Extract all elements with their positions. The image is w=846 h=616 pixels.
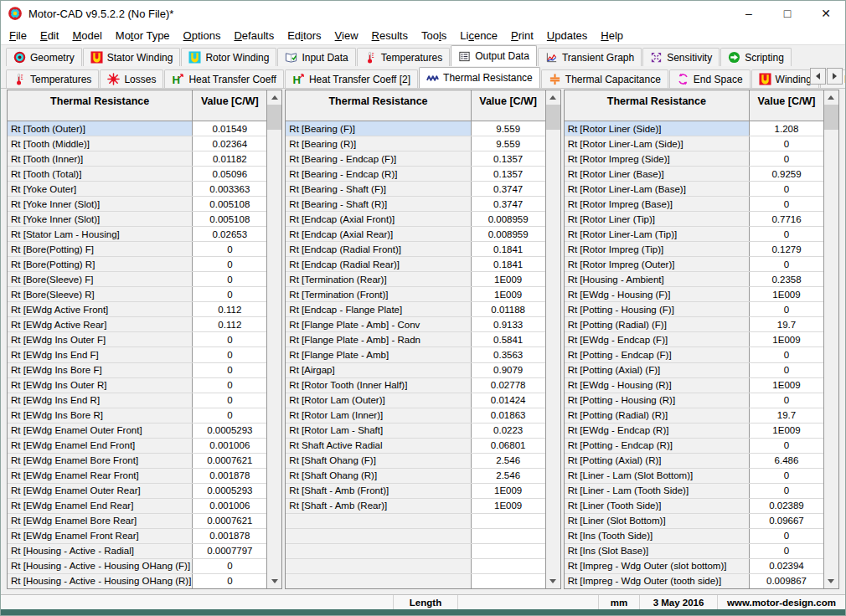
- vertical-scrollbar[interactable]: [266, 90, 281, 588]
- table-row[interactable]: Rt [Potting (Axial) (R)]6.486: [565, 454, 823, 469]
- table-row[interactable]: [286, 574, 544, 588]
- table-row[interactable]: Rt [Tooth (Inner)]0.01182: [8, 151, 266, 167]
- menu-item-updates[interactable]: Updates: [540, 29, 594, 42]
- menu-item-model[interactable]: Model: [65, 29, 108, 42]
- table-row[interactable]: Rt [Endcap (Axial Front)]0.008959: [286, 212, 544, 227]
- table-row[interactable]: Rt [Bearing - Endcap (F)]0.1357: [286, 151, 544, 167]
- table-row[interactable]: Rt [EWdg Ins End F]0: [8, 347, 266, 362]
- table-row[interactable]: Rt [Flange Plate - Amb] - Conv0.9133: [286, 317, 544, 332]
- table-row[interactable]: Rt [Bore(Potting) R]0: [8, 257, 266, 272]
- table-row[interactable]: Rt [Bearing - Shaft (R)]0.3747: [286, 197, 544, 212]
- table-row[interactable]: Rt [Impreg - Wdg Outer (tooth side)]0.00…: [565, 574, 823, 588]
- table-row[interactable]: Rt [Flange Plate - Amb] - Radn0.5841: [286, 332, 544, 347]
- table-row[interactable]: Rt [Liner (Tooth Side)]0.02389: [565, 499, 823, 514]
- menu-item-motor-type[interactable]: Motor Type: [109, 29, 177, 42]
- table-row[interactable]: Rt [Endcap (Radial Front)]0.1841: [286, 242, 544, 257]
- table-row[interactable]: Rt [Airgap]0.9079: [286, 363, 544, 378]
- close-button[interactable]: ✕: [807, 1, 845, 26]
- table-row[interactable]: Rt [Ins (Slot Base)]0: [565, 544, 823, 559]
- table-row[interactable]: Rt [Potting (Radial) (R)]19.7: [565, 408, 823, 424]
- tab-output-data[interactable]: Output Data: [451, 45, 537, 66]
- table-row[interactable]: Rt [Impreg - Wdg Outer (slot bottom)]0.0…: [565, 559, 823, 574]
- table-row[interactable]: Rt [EWdg Enamel Rear Front]0.001878: [8, 469, 266, 484]
- scrollbar-track[interactable]: [267, 130, 281, 574]
- table-row[interactable]: [286, 529, 544, 544]
- table-row[interactable]: Rt [Bore(Potting) F]0: [8, 242, 266, 257]
- scroll-down-icon[interactable]: [267, 574, 281, 588]
- table-row[interactable]: Rt [Shaft Ohang (R)]2.546: [286, 469, 544, 484]
- table-row[interactable]: Rt [Rotor Tooth (Inner Half)]0.02778: [286, 378, 544, 393]
- table-row[interactable]: Rt [EWdg Enamel Bore Front]0.0007621: [8, 454, 266, 469]
- tab-stator-winding[interactable]: Stator Winding: [83, 48, 181, 66]
- table-row[interactable]: [286, 559, 544, 574]
- table-row[interactable]: Rt [Liner (Slot Bottom)]0.09667: [565, 514, 823, 529]
- table-row[interactable]: Rt [Potting (Axial) (F)]0: [565, 363, 823, 378]
- table-row[interactable]: Rt [Tooth (Total)]0.05096: [8, 167, 266, 182]
- table-row[interactable]: Rt [Potting - Housing (F)]0: [565, 302, 823, 317]
- table-row[interactable]: Rt [Housing - Active - Radial]0.0007797: [8, 544, 266, 559]
- table-row[interactable]: Rt [EWdg - Housing (R)]1E009: [565, 378, 823, 393]
- menu-item-tools[interactable]: Tools: [415, 29, 453, 42]
- table-row[interactable]: Rt [EWdg Ins Bore F]0: [8, 363, 266, 378]
- scrollbar-track[interactable]: [546, 130, 560, 574]
- table-row[interactable]: [286, 514, 544, 529]
- table-row[interactable]: Rt [Shaft - Amb (Rear)]1E009: [286, 499, 544, 514]
- table-row[interactable]: Rt [Potting (Radial) (F)]19.7: [565, 317, 823, 332]
- menu-item-licence[interactable]: Licence: [453, 29, 504, 42]
- table-row[interactable]: Rt [Rotor Impreg (Outer)]0: [565, 257, 823, 272]
- scroll-up-icon[interactable]: [267, 90, 281, 105]
- table-row[interactable]: Rt [Rotor Liner-Lam (Base)]0: [565, 182, 823, 197]
- table-row[interactable]: Rt [Rotor Lam (Inner)]0.01863: [286, 408, 544, 424]
- table-row[interactable]: Rt [EWdg Ins Bore R]0: [8, 408, 266, 424]
- menu-item-edit[interactable]: Edit: [34, 29, 65, 42]
- table-row[interactable]: Rt [Rotor Lam (Outer)]0.01424: [286, 393, 544, 408]
- menu-item-editors[interactable]: Editors: [281, 29, 328, 42]
- table-row[interactable]: Rt [Shaft - Amb (Front)]1E009: [286, 484, 544, 499]
- table-row[interactable]: Rt [Termination (Rear)]1E009: [286, 272, 544, 287]
- scroll-down-icon[interactable]: [824, 574, 838, 588]
- table-row[interactable]: Rt [Ins (Tooth Side)]0: [565, 529, 823, 544]
- table-row[interactable]: Rt [Rotor Liner-Lam (Side)]0: [565, 136, 823, 151]
- scrollbar-track[interactable]: [824, 130, 838, 574]
- table-row[interactable]: Rt [Potting - Endcap (F)]0: [565, 347, 823, 362]
- table-row[interactable]: Rt [Bore(Sleeve) R]0: [8, 287, 266, 302]
- table-row[interactable]: Rt [Termination (Front)]1E009: [286, 287, 544, 302]
- table-row[interactable]: Rt [Bearing - Shaft (F)]0.3747: [286, 182, 544, 197]
- table-row[interactable]: Rt [Yoke Inner (Slot)]0.005108: [8, 212, 266, 227]
- scroll-up-icon[interactable]: [824, 90, 838, 105]
- table-row[interactable]: Rt [Housing - Ambient]0.2358: [565, 272, 823, 287]
- menu-item-file[interactable]: File: [3, 29, 34, 42]
- table-row[interactable]: Rt [Endcap (Axial Rear)]0.008959: [286, 227, 544, 242]
- tab-scripting[interactable]: Scripting: [720, 48, 792, 66]
- table-row[interactable]: Rt [EWdg Ins Outer R]0: [8, 378, 266, 393]
- table-row[interactable]: Rt [EWdg Ins Outer F]0: [8, 332, 266, 347]
- table-row[interactable]: [286, 544, 544, 559]
- table-row[interactable]: Rt [Tooth (Outer)]0.01549: [8, 121, 266, 136]
- menu-item-defaults[interactable]: Defaults: [227, 29, 281, 42]
- table-row[interactable]: Rt [Potting - Endcap (R)]0: [565, 439, 823, 454]
- tab-thermal-capacitance[interactable]: Thermal Capacitance: [541, 69, 668, 88]
- table-row[interactable]: Rt [Potting - Housing (R)]0: [565, 393, 823, 408]
- table-row[interactable]: Rt [Liner - Lam (Slot Bottom)]0: [565, 469, 823, 484]
- tab-scroll-right-icon[interactable]: [827, 68, 843, 85]
- table-row[interactable]: Rt [EWdg - Endcap (F)]1E009: [565, 332, 823, 347]
- table-row[interactable]: Rt [Shaft Ohang (F)]2.546: [286, 454, 544, 469]
- tab-input-data[interactable]: Input Data: [277, 48, 355, 66]
- table-row[interactable]: Rt [Bearing (F)]9.559: [286, 121, 544, 136]
- table-row[interactable]: Rt [EWdg Enamel Outer Front]0.0005293: [8, 424, 266, 439]
- table-row[interactable]: Rt [EWdg Active Rear]0.112: [8, 317, 266, 332]
- scrollbar-thumb[interactable]: [824, 105, 838, 130]
- table-row[interactable]: Rt [Rotor Impreg (Side)]0: [565, 151, 823, 167]
- table-row[interactable]: Rt [Bore(Sleeve) F]0: [8, 272, 266, 287]
- table-row[interactable]: Rt [EWdg Enamel Bore Rear]0.0007621: [8, 514, 266, 529]
- table-row[interactable]: Rt [Yoke Outer]0.003363: [8, 182, 266, 197]
- table-row[interactable]: Rt [Bearing (R)]9.559: [286, 136, 544, 151]
- scroll-up-icon[interactable]: [546, 90, 560, 105]
- scroll-down-icon[interactable]: [546, 574, 560, 588]
- table-row[interactable]: Rt [Yoke Inner (Slot)]0.005108: [8, 197, 266, 212]
- table-row[interactable]: Rt [Rotor Lam - Shaft]0.0223: [286, 424, 544, 439]
- tab-sensitivity[interactable]: Sensitivity: [642, 48, 720, 66]
- table-row[interactable]: Rt [EWdg - Endcap (R)]1E009: [565, 424, 823, 439]
- tab-losses[interactable]: Losses: [100, 69, 163, 88]
- tab-scroll-left-icon[interactable]: [810, 68, 826, 85]
